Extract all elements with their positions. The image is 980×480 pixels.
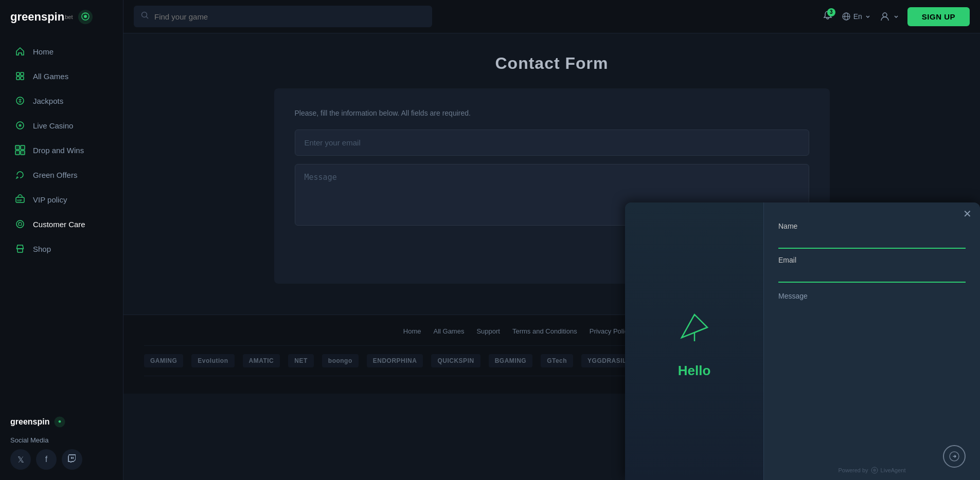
footer-logo: greenspin — [10, 416, 113, 428]
offers-icon — [14, 169, 26, 180]
sidebar-item-vip[interactable]: VIP VIP policy — [4, 188, 119, 211]
sidebar-item-all-games-label: All Games — [33, 72, 68, 81]
liveagent-close-button[interactable]: ✕ — [963, 209, 972, 219]
logo: greenspin .bet — [10, 9, 94, 25]
svg-point-16 — [16, 220, 24, 228]
partner-amatic: AMATIC — [243, 354, 280, 367]
paper-plane-icon — [671, 304, 718, 350]
sidebar-item-vip-label: VIP policy — [33, 195, 67, 204]
logo-bet: .bet — [63, 14, 73, 20]
social-media-label: Social Media — [10, 436, 113, 444]
footer-link-all-games[interactable]: All Games — [433, 327, 464, 335]
svg-rect-13 — [21, 151, 25, 155]
twitter-button[interactable]: 𝕏 — [10, 449, 31, 470]
facebook-icon: f — [45, 455, 47, 464]
sidebar-item-customer-care-label: Customer Care — [33, 220, 85, 229]
sidebar-item-green-offers[interactable]: Green Offers — [4, 163, 119, 187]
footer-link-terms[interactable]: Terms and Conditions — [512, 327, 577, 335]
sidebar-item-live-casino[interactable]: Live Casino — [4, 114, 119, 137]
partner-boongo: boongo — [322, 354, 359, 367]
twitch-icon — [68, 454, 76, 465]
footer-logo-text: greenspin — [10, 417, 49, 427]
vip-icon: VIP — [14, 194, 26, 205]
svg-rect-2 — [16, 72, 20, 76]
footer-mascot-icon — [54, 416, 66, 428]
chevron-down-icon — [865, 13, 871, 20]
care-icon — [14, 218, 26, 230]
sidebar-item-live-casino-label: Live Casino — [33, 121, 73, 130]
send-icon-wrapper — [671, 304, 718, 353]
signup-button[interactable]: SIGN UP — [907, 7, 970, 26]
footer-link-support[interactable]: Support — [476, 327, 500, 335]
footer-link-home[interactable]: Home — [403, 327, 421, 335]
svg-rect-12 — [15, 151, 20, 155]
partner-net: NET — [288, 354, 314, 367]
sidebar-item-drop-wins[interactable]: Drop and Wins — [4, 138, 119, 162]
jackpot-icon — [14, 95, 26, 106]
svg-point-9 — [20, 125, 21, 126]
svg-text:VIP: VIP — [17, 199, 22, 202]
sidebar-item-jackpots[interactable]: Jackpots — [4, 89, 119, 113]
svg-line-26 — [682, 315, 694, 338]
widget-submit-button[interactable] — [943, 445, 966, 468]
sidebar: greenspin .bet Home All Games — [0, 0, 123, 480]
sidebar-item-customer-care[interactable]: Customer Care — [4, 212, 119, 236]
search-wrapper — [134, 6, 432, 27]
email-input[interactable] — [295, 130, 809, 156]
facebook-button[interactable]: f — [36, 449, 57, 470]
sidebar-item-jackpots-label: Jackpots — [33, 97, 63, 105]
sidebar-item-shop-label: Shop — [33, 245, 51, 253]
partner-quickspin: QUICKSPIN — [431, 354, 480, 367]
svg-rect-5 — [21, 77, 24, 80]
svg-point-30 — [873, 469, 876, 472]
arrow-right-icon — [949, 451, 959, 461]
sidebar-nav: Home All Games Jackpots Live Casino — [0, 33, 123, 408]
twitch-button[interactable] — [62, 449, 82, 470]
notification-badge: 3 — [827, 8, 835, 16]
language-button[interactable]: En — [842, 12, 871, 21]
widget-name-input[interactable] — [778, 233, 966, 249]
sidebar-footer: greenspin Social Media 𝕏 f — [0, 408, 123, 480]
svg-line-27 — [694, 327, 707, 333]
page-title: Contact Form — [274, 54, 830, 73]
partner-evolution: Evolution — [191, 354, 234, 367]
svg-rect-17 — [17, 249, 23, 252]
logo-name: greenspin — [10, 10, 64, 24]
search-icon — [141, 11, 149, 22]
liveagent-logo-icon — [871, 467, 878, 474]
sidebar-item-shop[interactable]: Shop — [4, 237, 119, 261]
svg-rect-4 — [16, 77, 20, 80]
home-icon — [14, 46, 26, 57]
svg-point-23 — [883, 13, 887, 17]
user-button[interactable] — [879, 11, 899, 22]
drop-icon — [14, 144, 26, 156]
search-input[interactable] — [154, 12, 425, 21]
user-chevron-icon — [893, 13, 899, 20]
liveagent-widget: Hello ✕ Name Email Message Powered by Li… — [625, 202, 980, 480]
widget-message-label: Message — [778, 292, 966, 300]
svg-point-1 — [84, 15, 87, 18]
sidebar-item-home[interactable]: Home — [4, 40, 119, 63]
notification-button[interactable]: 3 — [822, 10, 833, 23]
svg-rect-11 — [21, 145, 25, 150]
partner-gaming: GAMING — [144, 354, 183, 367]
widget-footer: Powered by LiveAgent — [764, 467, 980, 474]
widget-email-label: Email — [778, 256, 966, 264]
social-icons: 𝕏 f — [10, 449, 113, 470]
sidebar-item-all-games[interactable]: All Games — [4, 64, 119, 88]
partner-endorphina: ENDORPHINA — [367, 354, 423, 367]
language-label: En — [853, 12, 862, 21]
powered-by-label: Powered by — [838, 467, 868, 473]
svg-rect-3 — [21, 72, 24, 76]
svg-rect-10 — [15, 145, 20, 150]
sidebar-item-green-offers-label: Green Offers — [33, 171, 77, 179]
logo-mascot-icon — [77, 9, 94, 25]
svg-point-19 — [59, 420, 61, 423]
widget-name-label: Name — [778, 222, 966, 230]
provider-label: LiveAgent — [881, 467, 906, 473]
topbar: 3 En SIGN UP — [123, 0, 980, 33]
partner-gtech: GTech — [541, 354, 573, 367]
shop-icon — [14, 243, 26, 254]
partner-bgaming: BGAMING — [489, 354, 533, 367]
widget-email-input[interactable] — [778, 267, 966, 283]
